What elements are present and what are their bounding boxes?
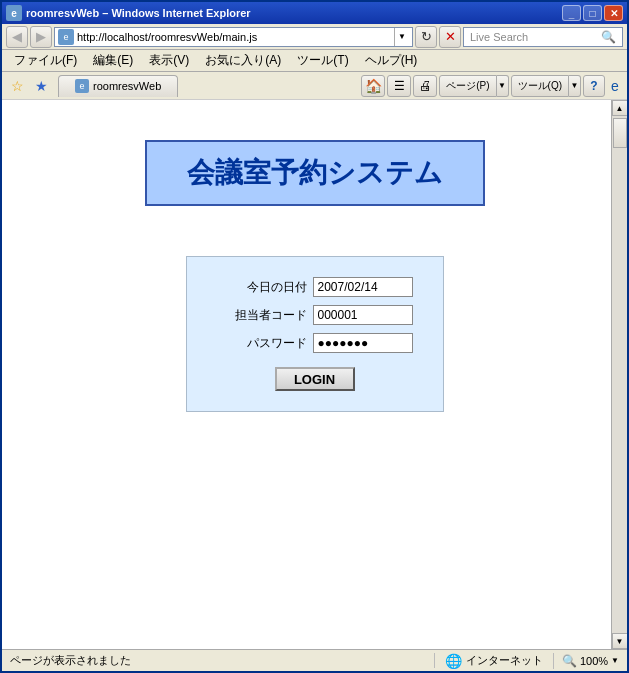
tools-dropdown-group: ツール(Q) ▼ bbox=[511, 75, 581, 97]
back-button[interactable]: ◀ bbox=[6, 26, 28, 48]
browser-window: e roomresvWeb – Windows Internet Explore… bbox=[0, 0, 629, 673]
tab-roomresvweb[interactable]: e roomresvWeb bbox=[58, 75, 178, 97]
zoom-icon: 🔍 bbox=[562, 654, 577, 668]
scroll-thumb[interactable] bbox=[613, 118, 627, 148]
address-dropdown-arrow[interactable]: ▼ bbox=[395, 32, 409, 41]
menu-file[interactable]: ファイル(F) bbox=[6, 50, 85, 71]
page-title-box: 会議室予約システム bbox=[145, 140, 485, 206]
help-button[interactable]: ? bbox=[583, 75, 605, 97]
title-bar: e roomresvWeb – Windows Internet Explore… bbox=[2, 2, 627, 24]
forward-button[interactable]: ▶ bbox=[30, 26, 52, 48]
minimize-button[interactable]: _ bbox=[562, 5, 581, 21]
refresh-button[interactable]: ↻ bbox=[415, 26, 437, 48]
tab-bar: e roomresvWeb bbox=[58, 75, 178, 97]
home-button[interactable]: 🏠 bbox=[361, 75, 385, 97]
staff-row: 担当者コード bbox=[217, 305, 413, 325]
page-content: 会議室予約システム 今日の日付 担当者コード パスワード LOGIN bbox=[2, 100, 627, 649]
content-wrapper: 会議室予約システム 今日の日付 担当者コード パスワード LOGIN bbox=[2, 100, 627, 649]
password-input[interactable] bbox=[313, 333, 413, 353]
tab-label: roomresvWeb bbox=[93, 80, 161, 92]
scroll-up-button[interactable]: ▲ bbox=[612, 100, 628, 116]
scrollbar: ▲ ▼ bbox=[611, 100, 627, 649]
search-placeholder: Live Search bbox=[470, 31, 597, 43]
menu-view[interactable]: 表示(V) bbox=[141, 50, 197, 71]
feeds-button[interactable]: ☰ bbox=[387, 75, 411, 97]
window-icon: e bbox=[6, 5, 22, 21]
window-controls: _ □ ✕ bbox=[562, 5, 623, 21]
tools-dropdown-arrow[interactable]: ▼ bbox=[569, 75, 581, 97]
scroll-track[interactable] bbox=[612, 116, 628, 633]
favorites-icons: ☆ ★ bbox=[6, 75, 52, 97]
navigation-bar: ◀ ▶ e http://localhost/roomresvWeb/main.… bbox=[2, 24, 627, 50]
favorites-center-icon[interactable]: ★ bbox=[30, 75, 52, 97]
login-form: 今日の日付 担当者コード パスワード LOGIN bbox=[186, 256, 444, 412]
date-row: 今日の日付 bbox=[217, 277, 413, 297]
ie-logo-icon: e bbox=[607, 75, 623, 97]
add-favorites-icon[interactable]: ☆ bbox=[6, 75, 28, 97]
search-icon[interactable]: 🔍 bbox=[601, 30, 616, 44]
staff-input[interactable] bbox=[313, 305, 413, 325]
menu-edit[interactable]: 編集(E) bbox=[85, 50, 141, 71]
print-button[interactable]: 🖨 bbox=[413, 75, 437, 97]
password-row: パスワード bbox=[217, 333, 413, 353]
icon-toolbar: ☆ ★ e roomresvWeb 🏠 ☰ 🖨 ページ(P) ▼ ツール(Q) … bbox=[2, 72, 627, 100]
status-bar: ページが表示されました 🌐 インターネット 🔍 100% ▼ bbox=[2, 649, 627, 671]
staff-label: 担当者コード bbox=[217, 307, 307, 324]
toolbar-right-buttons: 🏠 ☰ 🖨 ページ(P) ▼ ツール(Q) ▼ ? e bbox=[361, 75, 623, 97]
search-bar[interactable]: Live Search 🔍 bbox=[463, 27, 623, 47]
address-bar-icon: e bbox=[58, 29, 74, 45]
zoom-dropdown-icon[interactable]: ▼ bbox=[611, 656, 619, 665]
page-dropdown-arrow[interactable]: ▼ bbox=[497, 75, 509, 97]
page-dropdown-group: ページ(P) ▼ bbox=[439, 75, 508, 97]
window-title: roomresvWeb – Windows Internet Explorer bbox=[26, 7, 562, 19]
menu-tools[interactable]: ツール(T) bbox=[289, 50, 356, 71]
close-button[interactable]: ✕ bbox=[604, 5, 623, 21]
password-label: パスワード bbox=[217, 335, 307, 352]
menu-favorites[interactable]: お気に入り(A) bbox=[197, 50, 289, 71]
menu-help[interactable]: ヘルプ(H) bbox=[357, 50, 426, 71]
tools-button[interactable]: ツール(Q) bbox=[511, 75, 569, 97]
tab-ie-icon: e bbox=[75, 79, 89, 93]
status-zoom: 🔍 100% ▼ bbox=[554, 654, 627, 668]
date-input[interactable] bbox=[313, 277, 413, 297]
page-button[interactable]: ページ(P) bbox=[439, 75, 496, 97]
status-zone: 🌐 インターネット bbox=[435, 653, 554, 669]
maximize-button[interactable]: □ bbox=[583, 5, 602, 21]
status-text: ページが表示されました bbox=[2, 653, 435, 668]
zone-icon: 🌐 bbox=[445, 653, 462, 669]
scroll-down-button[interactable]: ▼ bbox=[612, 633, 628, 649]
date-label: 今日の日付 bbox=[217, 279, 307, 296]
zone-label: インターネット bbox=[466, 653, 543, 668]
stop-button[interactable]: ✕ bbox=[439, 26, 461, 48]
menu-bar: ファイル(F) 編集(E) 表示(V) お気に入り(A) ツール(T) ヘルプ(… bbox=[2, 50, 627, 72]
page-title: 会議室予約システム bbox=[187, 154, 443, 192]
address-text: http://localhost/roomresvWeb/main.js bbox=[77, 31, 394, 43]
address-bar[interactable]: e http://localhost/roomresvWeb/main.js ▼ bbox=[54, 27, 413, 47]
zoom-label: 100% bbox=[580, 655, 608, 667]
login-button[interactable]: LOGIN bbox=[275, 367, 355, 391]
